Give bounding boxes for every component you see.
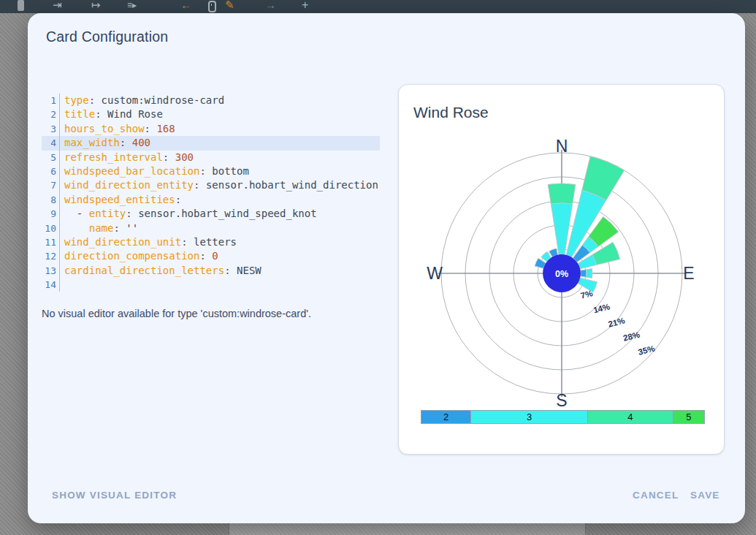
- line-number: 11: [42, 235, 60, 249]
- run-list-icon[interactable]: ≡▸: [127, 0, 137, 12]
- colorbar-segment-3: 3: [471, 411, 588, 423]
- editor-line[interactable]: 11wind_direction_unit: letters: [42, 235, 380, 249]
- code-line-text: title: Wind Rose: [60, 107, 163, 121]
- line-number: 9: [42, 207, 60, 221]
- code-line-text: direction_compensation: 0: [60, 249, 218, 263]
- compass-label-N: N: [556, 137, 568, 156]
- editor-line[interactable]: 7wind_direction_entity: sensor.hobart_wi…: [42, 178, 380, 192]
- plus-icon[interactable]: +: [302, 0, 308, 12]
- ring-percent-label: 7%: [580, 289, 594, 300]
- editor-line[interactable]: 5refresh_interval: 300: [42, 151, 380, 164]
- code-line-text: type: custom:windrose-card: [60, 94, 224, 107]
- line-number: 5: [42, 151, 60, 164]
- code-line-text: [60, 278, 64, 292]
- forward-arrow-icon[interactable]: →: [265, 0, 276, 12]
- line-number: 14: [42, 278, 60, 292]
- editor-line[interactable]: 3hours_to_show: 168: [42, 122, 380, 136]
- editor-line[interactable]: 10 name: '': [42, 221, 380, 235]
- line-number: 12: [42, 249, 60, 263]
- ring-percent-label: 35%: [637, 344, 655, 357]
- colorbar-segment-2: 2: [421, 411, 471, 423]
- petal-E-speed2: [581, 270, 587, 277]
- line-number: 6: [42, 164, 60, 178]
- line-number: 3: [42, 122, 60, 136]
- pencil-icon[interactable]: ✎: [225, 0, 234, 12]
- ring-percent-label: 21%: [607, 316, 625, 328]
- windspeed-colorbar: 2345: [421, 410, 705, 424]
- editor-line[interactable]: 8windspeed_entities:: [42, 193, 380, 207]
- editor-line[interactable]: 9 - entity: sensor.hobart_wind_speed_kno…: [42, 207, 380, 221]
- petal-E-speed3: [587, 269, 592, 278]
- import-arrow-icon[interactable]: ⇥: [53, 0, 62, 12]
- line-number: 8: [42, 193, 60, 207]
- show-visual-editor-button[interactable]: SHOW VISUAL EDITOR: [52, 490, 177, 501]
- panel-icon[interactable]: [18, 0, 24, 11]
- code-line-text: windspeed_bar_location: bottom: [60, 164, 249, 178]
- editor-line[interactable]: 12direction_compensation: 0: [42, 249, 380, 263]
- save-button[interactable]: SAVE: [690, 490, 720, 501]
- code-line-text: hours_to_show: 168: [60, 122, 175, 136]
- editor-line[interactable]: 4max_width: 400: [42, 136, 380, 150]
- line-number: 2: [42, 107, 60, 121]
- colorbar-segment-5: 5: [673, 411, 704, 423]
- code-line-text: wind_direction_unit: letters: [60, 235, 237, 249]
- line-number: 10: [42, 221, 60, 235]
- screen: { "toolbar": { "icons": [ {"name": "pane…: [0, 0, 756, 535]
- mouse-icon[interactable]: [208, 1, 216, 12]
- colorbar-segment-4: 4: [588, 411, 673, 423]
- export-arrow-icon[interactable]: ↦: [91, 0, 101, 12]
- windrose-card-preview: Wind Rose 7%14%21%28%35%NESW0% 2345: [398, 84, 725, 455]
- dialog-title: Card Configuration: [46, 29, 168, 45]
- editor-line[interactable]: 6windspeed_bar_location: bottom: [42, 164, 380, 178]
- line-number: 7: [42, 178, 60, 192]
- ring-percent-label: 28%: [622, 330, 641, 343]
- code-line-text: wind_direction_entity: sensor.hobart_win…: [60, 178, 378, 192]
- code-line-text: max_width: 400: [60, 136, 150, 150]
- code-line-text: refresh_interval: 300: [60, 151, 194, 164]
- cancel-button[interactable]: CANCEL: [633, 490, 679, 501]
- compass-label-E: E: [683, 264, 694, 283]
- yaml-code-editor[interactable]: 1type: custom:windrose-card2title: Wind …: [42, 94, 380, 292]
- code-line-text: windspeed_entities:: [60, 193, 181, 207]
- petal-N-speed4: [548, 183, 576, 204]
- windrose-chart: 7%14%21%28%35%NESW0%: [399, 85, 724, 406]
- line-number: 13: [42, 264, 60, 278]
- annotation-toolbar: ⇥ ↦ ≡▸ ← ✎ → +: [0, 0, 756, 13]
- code-line-text: - entity: sensor.hobart_wind_speed_knot: [60, 207, 317, 221]
- ring-percent-label: 14%: [592, 302, 611, 314]
- compass-label-W: W: [427, 264, 443, 283]
- line-number: 1: [42, 94, 60, 107]
- back-arrow-icon[interactable]: ←: [180, 0, 191, 12]
- no-visual-editor-message: No visual editor available for type 'cus…: [42, 308, 311, 319]
- editor-line[interactable]: 1type: custom:windrose-card: [42, 94, 380, 107]
- editor-line[interactable]: 2title: Wind Rose: [42, 107, 380, 121]
- center-percent-label: 0%: [555, 269, 568, 279]
- compass-label-S: S: [556, 391, 567, 406]
- editor-line[interactable]: 14: [42, 278, 380, 292]
- card-configuration-dialog: Card Configuration 1type: custom:windros…: [28, 13, 745, 523]
- code-line-text: cardinal_direction_letters: NESW: [60, 264, 261, 278]
- code-line-text: name: '': [60, 221, 138, 235]
- editor-line[interactable]: 13cardinal_direction_letters: NESW: [42, 264, 380, 278]
- line-number: 4: [42, 136, 60, 150]
